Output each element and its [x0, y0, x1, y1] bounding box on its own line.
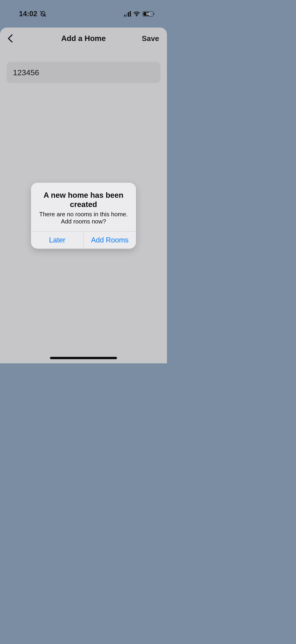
battery-indicator: 56 [143, 11, 153, 17]
status-bar: 14:02 56 [0, 0, 167, 28]
alert-actions: Later Add Rooms [31, 231, 136, 249]
wifi-icon [133, 11, 140, 17]
chevron-left-icon [6, 34, 14, 43]
content-area: 123456 [0, 49, 167, 83]
page-title: Add a Home [61, 34, 106, 43]
home-name-input[interactable]: 123456 [6, 62, 160, 83]
later-button[interactable]: Later [31, 232, 83, 249]
silent-mode-icon [39, 10, 46, 17]
alert-dialog: A new home has been created There are no… [31, 183, 136, 249]
page-sheet: Add a Home Save 123456 A new home has be… [0, 28, 167, 363]
home-indicator[interactable] [50, 357, 117, 359]
back-button[interactable] [6, 28, 14, 49]
alert-title: A new home has been created [37, 190, 130, 209]
clock-time: 14:02 [19, 10, 37, 18]
home-name-value: 123456 [13, 68, 39, 77]
cellular-signal-icon [124, 11, 131, 17]
save-button[interactable]: Save [142, 28, 159, 49]
status-bar-right: 56 [124, 11, 153, 17]
alert-message: There are no rooms in this home. Add roo… [37, 211, 130, 225]
add-rooms-button[interactable]: Add Rooms [83, 232, 136, 249]
alert-body: A new home has been created There are no… [31, 183, 136, 231]
status-bar-left: 14:02 [19, 10, 46, 18]
nav-bar: Add a Home Save [0, 28, 167, 49]
battery-percent: 56 [143, 12, 153, 16]
